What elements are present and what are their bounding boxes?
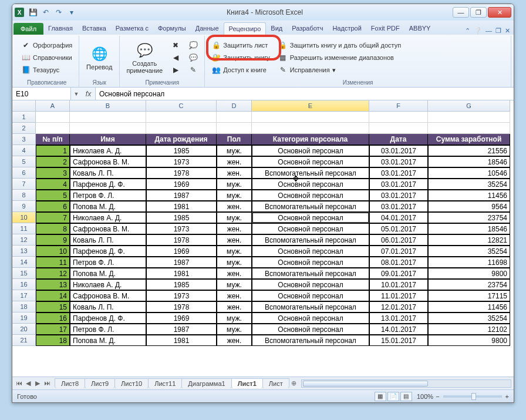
cell-dob-21[interactable]: 1981 [146,335,217,346]
col-header-C[interactable]: C [146,100,217,112]
new-comment-button[interactable]: 💬 Создать примечание [123,37,166,78]
sheet-nav-prev-icon[interactable]: ◀ [24,379,32,387]
cell-cat-15[interactable]: Вспомогательный персонал [252,268,369,279]
cell-id-15[interactable]: 12 [36,268,70,279]
table-header-6[interactable]: Сумма заработной [428,134,510,145]
cell-cat-9[interactable]: Вспомогательный персонал [252,201,369,212]
col-header-F[interactable]: F [369,100,428,112]
cell-sex-4[interactable]: муж. [217,145,252,156]
file-tab[interactable]: Файл [14,23,43,35]
cell-cat-17[interactable]: Основной персонал [252,290,369,301]
cell-sex-10[interactable]: муж. [217,212,252,223]
ribbon-tab-8[interactable]: Надстрой [328,22,366,35]
cell-date-13[interactable]: 07.01.2017 [369,246,428,257]
cell-sex-14[interactable]: муж. [217,257,252,268]
cell-sex-21[interactable]: жен. [217,335,252,346]
cell-dob-12[interactable]: 1978 [146,234,217,246]
table-header-0[interactable]: № п/п [36,134,70,145]
cell-cat-13[interactable]: Основной персонал [252,246,369,257]
cell-sex-15[interactable]: жен. [217,268,252,279]
cell-sum-20[interactable]: 12102 [428,324,510,335]
ribbon-minimize-icon[interactable]: ⌃ [465,27,470,35]
sheet-nav-first-icon[interactable]: ⏮ [15,379,23,387]
cell-dob-17[interactable]: 1973 [146,290,217,301]
cell-A1[interactable] [36,112,70,123]
cell-dob-20[interactable]: 1987 [146,324,217,335]
cell-name-14[interactable]: Петров Ф. Л. [70,257,146,268]
view-normal-button[interactable]: ▦ [375,392,386,401]
doc-close-icon[interactable]: ✕ [505,27,510,35]
cell-id-17[interactable]: 14 [36,290,70,301]
cell-id-6[interactable]: 3 [36,167,70,179]
cell-date-11[interactable]: 05.01.2017 [369,223,428,234]
cell-date-4[interactable]: 03.01.2017 [369,145,428,156]
hscroll-thumb[interactable] [303,381,429,387]
cell-sex-8[interactable]: муж. [217,190,252,201]
cell-dob-14[interactable]: 1987 [146,257,217,268]
cell-date-6[interactable]: 03.01.2017 [369,167,428,179]
maximize-button[interactable]: ❐ [470,7,487,18]
sheet-nav-next-icon[interactable]: ▶ [33,379,42,387]
row-header-20[interactable]: 20 [12,324,36,335]
cell-id-18[interactable]: 15 [36,301,70,313]
sheet-tab-4[interactable]: Диаграмма1 [181,378,231,388]
cell-dob-13[interactable]: 1969 [146,246,217,257]
cell-sum-13[interactable]: 35254 [428,246,510,257]
cell-sum-12[interactable]: 12821 [428,234,510,246]
row-header-12[interactable]: 12 [12,234,36,246]
delete-comment-button[interactable]: ✖ [168,39,183,51]
formula-input[interactable]: Основной персонал [96,88,514,100]
col-header-B[interactable]: B [70,100,146,112]
cell-date-7[interactable]: 03.01.2017 [369,179,428,190]
cell-sex-17[interactable]: жен. [217,290,252,301]
ribbon-tab-9[interactable]: Foxit PDF [366,22,404,35]
table-header-5[interactable]: Дата [369,134,428,145]
sheet-nav-last-icon[interactable]: ⏭ [43,379,51,387]
cell-id-12[interactable]: 9 [36,234,70,246]
cell-dob-11[interactable]: 1973 [146,223,217,234]
cell-dob-9[interactable]: 1981 [146,201,217,212]
close-button[interactable]: ✕ [488,7,511,18]
cell-sex-5[interactable]: жен. [217,156,252,167]
cell-C2[interactable] [146,123,217,134]
cell-dob-15[interactable]: 1981 [146,268,217,279]
row-header-10[interactable]: 10 [12,212,36,223]
row-header-6[interactable]: 6 [12,167,36,179]
cell-name-4[interactable]: Николаев А. Д. [70,145,146,156]
cell-sum-18[interactable]: 11456 [428,301,510,313]
cell-sex-19[interactable]: муж. [217,313,252,324]
cell-sex-11[interactable]: жен. [217,223,252,234]
name-box-dropdown-icon[interactable]: ▼ [71,88,82,100]
doc-max-icon[interactable]: ❐ [495,27,501,35]
cell-sum-10[interactable]: 23754 [428,212,510,223]
cell-date-18[interactable]: 12.01.2017 [369,301,428,313]
ribbon-tab-3[interactable]: Формулы [153,22,191,35]
cell-sum-16[interactable]: 23754 [428,279,510,290]
cell-name-21[interactable]: Попова М. Д. [70,335,146,346]
cell-G2[interactable] [428,123,510,134]
cell-dob-16[interactable]: 1985 [146,279,217,290]
cell-dob-5[interactable]: 1973 [146,156,217,167]
new-sheet-button[interactable]: ⊕ [291,379,296,387]
cell-date-19[interactable]: 13.01.2017 [369,313,428,324]
cell-id-8[interactable]: 5 [36,190,70,201]
zoom-in-button[interactable]: + [505,393,509,400]
zoom-out-button[interactable]: − [436,393,439,400]
ribbon-tab-5[interactable]: Рецензиро [224,22,267,35]
cell-date-16[interactable]: 10.01.2017 [369,279,428,290]
row-header-5[interactable]: 5 [12,156,36,167]
sheet-tab-6[interactable]: Лист [262,378,289,388]
undo-button[interactable]: ↶ [41,7,51,18]
row-header-18[interactable]: 18 [12,301,36,313]
help-icon[interactable]: ❔ [474,27,482,35]
col-header-D[interactable]: D [217,100,252,112]
cell-name-15[interactable]: Попова М. Д. [70,268,146,279]
cell-sex-20[interactable]: муж. [217,324,252,335]
sheet-tab-0[interactable]: Лист8 [55,378,85,388]
cell-id-7[interactable]: 4 [36,179,70,190]
cell-cat-8[interactable]: Основной персонал [252,190,369,201]
cell-sum-17[interactable]: 17115 [428,290,510,301]
cell-name-7[interactable]: Парфенов Д. Ф. [70,179,146,190]
row-header-2[interactable]: 2 [12,123,36,134]
cell-cat-5[interactable]: Основной персонал [252,156,369,167]
